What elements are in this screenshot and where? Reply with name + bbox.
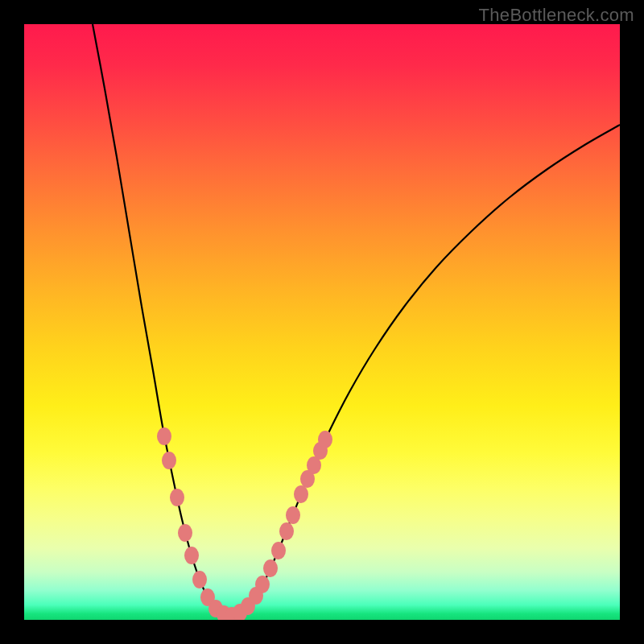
curve-marker <box>178 524 192 542</box>
curve-marker <box>263 559 278 577</box>
curve-marker <box>294 485 308 503</box>
curve-marker <box>318 431 332 448</box>
curve-marker <box>170 489 184 506</box>
curve-marker <box>162 452 176 469</box>
curve-marker <box>157 427 171 445</box>
curve-marker <box>192 571 207 588</box>
curve-right-branch <box>230 125 620 616</box>
curve-marker <box>271 542 286 559</box>
plot-area <box>24 24 620 620</box>
watermark-text: TheBottleneck.com <box>479 5 634 26</box>
curve-left-branch <box>93 24 230 616</box>
curve-marker <box>286 506 300 524</box>
curve-marker <box>184 547 199 564</box>
outer-frame: TheBottleneck.com <box>0 0 644 644</box>
curve-marker <box>255 576 270 593</box>
curve-marker <box>279 522 294 540</box>
chart-svg <box>24 24 620 620</box>
